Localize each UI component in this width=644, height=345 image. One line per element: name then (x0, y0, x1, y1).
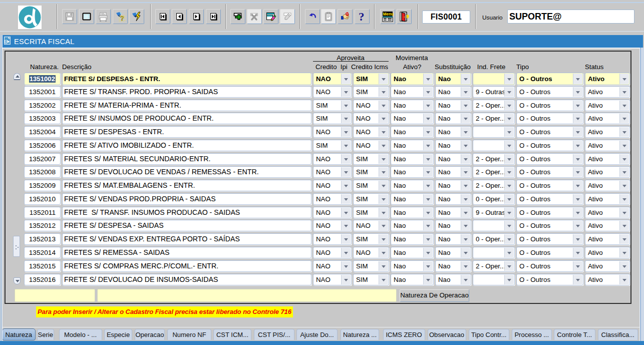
svg-text:?: ? (120, 15, 124, 22)
svg-text:?: ? (359, 11, 365, 22)
svg-text:Menu: Menu (383, 12, 394, 17)
